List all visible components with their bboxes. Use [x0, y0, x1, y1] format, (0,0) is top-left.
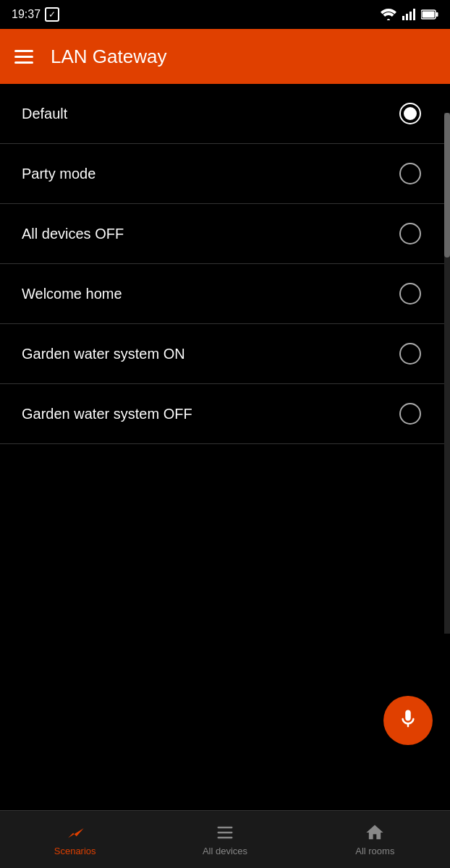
scenario-item-garden-water-on[interactable]: Garden water system ON — [0, 324, 450, 384]
battery-icon — [421, 9, 438, 20]
menu-button[interactable] — [14, 50, 33, 64]
scrollbar-thumb[interactable] — [444, 113, 450, 258]
status-time: 19:37 — [12, 7, 59, 22]
scenario-label-garden-water-off: Garden water system OFF — [22, 406, 192, 422]
scenario-label-all-devices-off: All devices OFF — [22, 226, 124, 242]
scenario-label-garden-water-on: Garden water system ON — [22, 346, 185, 362]
svg-rect-8 — [217, 832, 232, 833]
radio-button-garden-water-on[interactable] — [399, 343, 421, 365]
scrollbar-track[interactable] — [444, 113, 450, 634]
nav-item-all-rooms[interactable]: All rooms — [300, 822, 450, 856]
scenario-list: Default Party mode All devices OFF Welco… — [0, 84, 450, 444]
svg-rect-1 — [406, 14, 408, 20]
scenario-label-default: Default — [22, 106, 67, 122]
app-header: LAN Gateway — [0, 29, 450, 84]
nav-item-all-devices[interactable]: All devices — [150, 822, 300, 856]
all-rooms-label: All rooms — [355, 846, 394, 856]
scenarios-label: Scenarios — [54, 846, 96, 856]
svg-rect-9 — [217, 837, 232, 838]
scenarios-icon — [65, 822, 85, 843]
voice-command-fab[interactable] — [383, 696, 433, 745]
scenario-label-welcome-home: Welcome home — [22, 286, 122, 302]
time-display: 19:37 — [12, 8, 41, 21]
svg-rect-0 — [402, 16, 404, 20]
status-bar: 19:37 — [0, 0, 450, 29]
all-rooms-icon — [365, 822, 385, 843]
header-title: LAN Gateway — [51, 46, 166, 68]
cell-icon — [402, 9, 415, 20]
radio-button-all-devices-off[interactable] — [399, 223, 421, 244]
radio-button-welcome-home[interactable] — [399, 283, 421, 305]
svg-rect-3 — [413, 9, 415, 20]
scenario-item-welcome-home[interactable]: Welcome home — [0, 264, 450, 324]
scenario-item-default[interactable]: Default — [0, 84, 450, 144]
radio-button-garden-water-off[interactable] — [399, 403, 421, 425]
status-icons — [381, 9, 438, 20]
svg-rect-6 — [423, 12, 435, 18]
all-devices-label: All devices — [203, 846, 247, 856]
all-devices-icon — [215, 822, 235, 843]
radio-button-party-mode[interactable] — [399, 163, 421, 184]
svg-rect-5 — [436, 12, 438, 17]
scenario-item-party-mode[interactable]: Party mode — [0, 144, 450, 204]
svg-rect-7 — [217, 827, 232, 828]
microphone-icon — [397, 708, 419, 733]
scenario-item-garden-water-off[interactable]: Garden water system OFF — [0, 384, 450, 444]
wifi-icon — [381, 9, 396, 20]
main-content: Default Party mode All devices OFF Welco… — [0, 84, 450, 810]
scenario-item-all-devices-off[interactable]: All devices OFF — [0, 204, 450, 264]
radio-button-default[interactable] — [399, 103, 421, 124]
scenario-label-party-mode: Party mode — [22, 166, 95, 182]
svg-rect-2 — [409, 12, 412, 20]
bottom-nav: Scenarios All devices All rooms — [0, 810, 450, 868]
notification-icon — [45, 7, 59, 22]
nav-item-scenarios[interactable]: Scenarios — [0, 822, 150, 856]
